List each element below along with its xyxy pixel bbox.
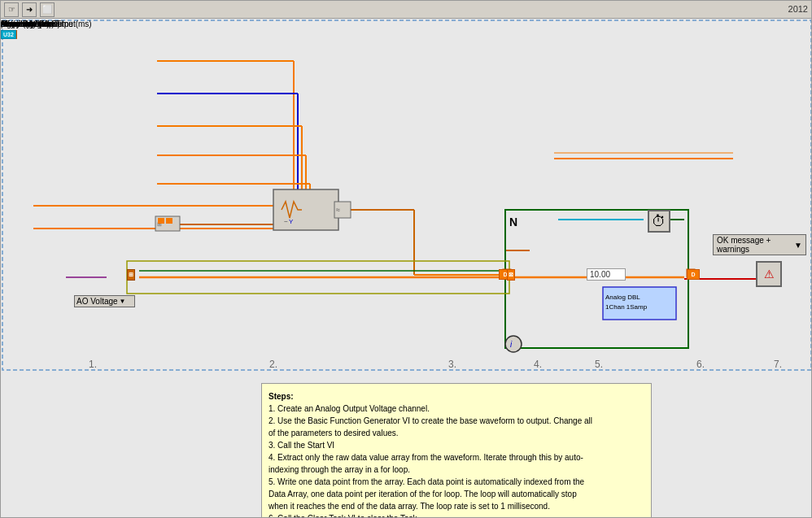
svg-text:i: i [510,340,513,349]
software-loop-label: Software Loop Time (ms) [1,20,92,28]
svg-text:Analog DBL: Analog DBL [605,294,640,301]
svg-text:1Chan 1Samp: 1Chan 1Samp [605,303,648,311]
ok-dropdown-arrow: ▼ [794,241,802,250]
step-4b: indexing through the array in a for loop… [268,465,410,474]
error-icon: ⚠ [764,268,775,281]
step-4: 4. Extract only the raw data value array… [268,453,583,462]
step-6-number: 6. [696,359,705,370]
ao-voltage-dropdown[interactable]: AO Voltage ▼ [74,295,135,307]
loop-value: 10.00 [590,270,610,279]
step-5-number: 5. [595,359,603,370]
step-5b: Data Array, one data point per iteration… [268,490,577,498]
arrow-tool[interactable]: ➜ [22,2,37,17]
step-3-number: 3. [448,359,456,370]
timer-icon: ⏱ [652,213,666,230]
svg-rect-33 [273,189,338,230]
error-cluster: ⚠ [756,261,782,287]
svg-text:Y: Y [289,218,294,225]
software-loop-control: Software Loop Time (ms) U32 [1,19,92,38]
step-6: 6. Call the Clear Task VI to clear the T… [268,514,419,517]
step-1: 1. Create an Analog Output Voltage chann… [268,404,430,413]
svg-rect-46 [603,287,676,320]
daq-right-out: ⊠ [507,269,515,281]
svg-rect-38 [158,218,164,224]
step-2: 2. Use the Basic Function Generator VI t… [268,416,592,425]
step-2b: of the parameters to desired values. [268,429,399,437]
svg-rect-36 [155,216,180,231]
svg-rect-30 [2,20,811,370]
step-5: 5. Write one data point from the array. … [268,477,584,486]
step-7-number: 7. [774,359,782,370]
svg-text:≈: ≈ [336,206,340,214]
main-container: ☞ ➜ ⬜ 2012 [0,0,812,518]
ok-message-label: OK message + warnings [717,236,792,254]
step-3: 3. Call the Start VI [268,441,334,450]
step-2-number: 2. [269,359,277,370]
step-4-number: 4. [534,359,542,370]
svg-text:⊞: ⊞ [157,221,162,227]
year-label: 2012 [788,4,808,14]
ok-message-dropdown[interactable]: OK message + warnings ▼ [713,234,806,255]
canvas-area: ~ Y ⊞ ≈ D D Analog DBL 1Chan 1Samp i [1,19,811,517]
select-tool[interactable]: ⬜ [40,2,55,17]
for-loop-right-tunnel: D [687,269,700,280]
software-loop-u32[interactable]: U32 [1,30,16,39]
daq-left-io: ⊞ [127,269,135,281]
svg-rect-39 [166,218,172,224]
loop-value-input[interactable]: 10.00 [587,268,626,281]
svg-point-49 [505,336,522,352]
steps-box: Steps: 1. Create an Analog Output Voltag… [261,383,652,517]
ao-voltage-label: AO Voltage [76,297,118,306]
timer-function[interactable]: ⏱ [648,210,670,233]
svg-rect-32 [127,261,509,294]
ao-voltage-arrow: ▼ [120,298,126,305]
svg-text:N: N [509,215,517,229]
svg-rect-40 [334,202,351,218]
toolbar: ☞ ➜ ⬜ 2012 [1,1,811,19]
svg-text:~: ~ [284,218,288,225]
hand-tool[interactable]: ☞ [4,2,19,17]
steps-title: Steps: [268,392,294,401]
step-5c: when it reaches the end of the data arra… [268,502,550,511]
step-1-number: 1. [89,359,97,370]
